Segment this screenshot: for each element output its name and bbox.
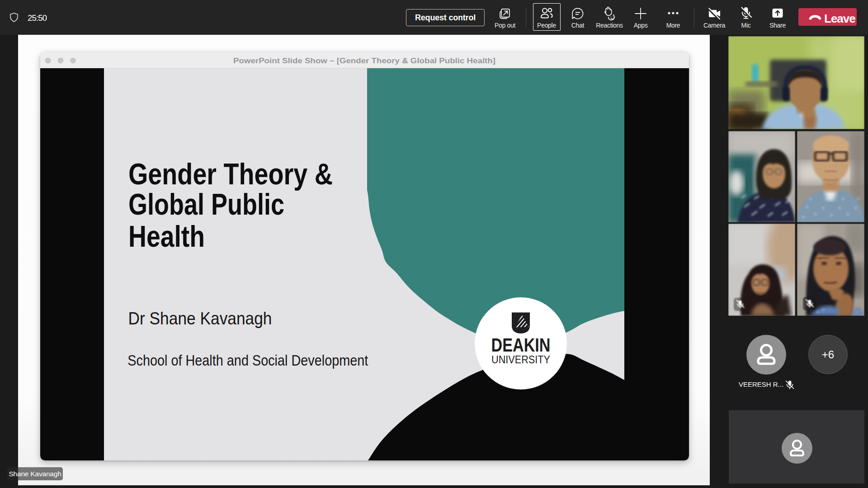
svg-text:DEAKIN: DEAKIN: [491, 334, 551, 356]
svg-text:School of Health and Social De: School of Health and Social Development: [127, 352, 368, 369]
svg-text:PowerPoint Slide Show – [Gende: PowerPoint Slide Show – [Gender Theory &…: [233, 57, 495, 65]
svg-text:Global Public: Global Public: [128, 188, 284, 221]
svg-text:Dr Shane Kavanagh: Dr Shane Kavanagh: [128, 309, 272, 328]
svg-text:Gender Theory &: Gender Theory &: [128, 157, 333, 191]
svg-text:Health: Health: [128, 220, 205, 253]
svg-text:UNIVERSITY: UNIVERSITY: [491, 353, 550, 366]
